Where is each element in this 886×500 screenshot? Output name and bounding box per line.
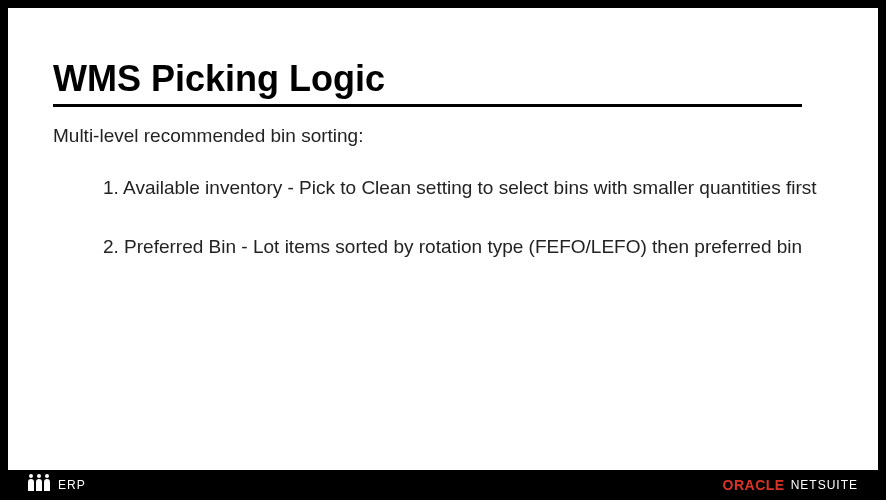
brand-netsuite: NETSUITE bbox=[791, 478, 858, 492]
list-item: 2. Preferred Bin - Lot items sorted by r… bbox=[103, 234, 833, 261]
slide-subtitle: Multi-level recommended bin sorting: bbox=[53, 125, 833, 147]
slide-content: WMS Picking Logic Multi-level recommende… bbox=[8, 8, 878, 470]
brand-oracle: ORACLE bbox=[723, 477, 785, 493]
slide-title: WMS Picking Logic bbox=[53, 58, 802, 107]
footer-left-label: ERP bbox=[58, 478, 86, 492]
footer-left: ERP bbox=[28, 478, 86, 492]
slide-container: WMS Picking Logic Multi-level recommende… bbox=[0, 0, 886, 500]
footer-bar: ERP ORACLE NETSUITE bbox=[0, 470, 886, 500]
list-item: 1. Available inventory - Pick to Clean s… bbox=[103, 175, 833, 202]
people-icon bbox=[28, 479, 50, 491]
bullet-list: 1. Available inventory - Pick to Clean s… bbox=[53, 175, 833, 260]
footer-right: ORACLE NETSUITE bbox=[723, 477, 858, 493]
